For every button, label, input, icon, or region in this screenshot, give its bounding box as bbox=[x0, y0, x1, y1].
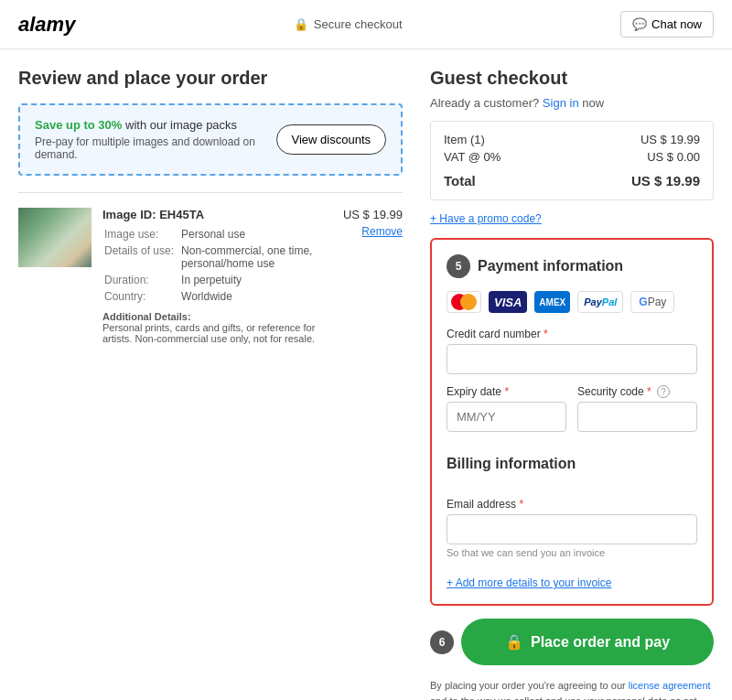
legal-text-1: By placing your order you're agreeing to… bbox=[430, 678, 714, 700]
item-row: Item (1) US $ 19.99 bbox=[444, 133, 700, 146]
guest-checkout-title: Guest checkout bbox=[430, 68, 714, 89]
discount-banner: Save up to 30% with our image packs Pre-… bbox=[18, 103, 403, 176]
product-attributes: Image use: Personal use Details of use: … bbox=[102, 225, 332, 306]
product-price-column: US $ 19.99 Remove bbox=[343, 208, 403, 344]
vat-label: VAT @ 0% bbox=[444, 150, 501, 164]
main-content: Review and place your order Save up to 3… bbox=[0, 49, 732, 700]
product-image bbox=[18, 208, 92, 267]
email-label: Email address * bbox=[447, 498, 697, 511]
product-row: Image ID: EH45TA Image use: Personal use… bbox=[18, 192, 403, 359]
security-field-group: Security code * ? bbox=[577, 385, 697, 432]
product-thumbnail bbox=[18, 208, 92, 267]
amex-icon: AMEX bbox=[534, 291, 570, 313]
payment-icons: VISA AMEX PayPal G Pay bbox=[447, 291, 697, 313]
table-row: Details of use: Non-commercial, one time… bbox=[104, 243, 330, 271]
promo-code-link[interactable]: + Have a promo code? bbox=[430, 212, 542, 225]
step-5-circle: 5 bbox=[447, 254, 470, 278]
item-price: US $ 19.99 bbox=[640, 133, 700, 146]
total-row: Total US $ 19.99 bbox=[444, 167, 700, 188]
security-help-icon[interactable]: ? bbox=[657, 385, 670, 398]
attr-label: Image use: bbox=[104, 227, 179, 242]
cc-number-field-group: Credit card number * bbox=[447, 328, 697, 374]
attr-value: In perpetuity bbox=[181, 273, 330, 287]
chat-icon: 💬 bbox=[632, 17, 647, 31]
item-label: Item (1) bbox=[444, 133, 485, 146]
product-id: Image ID: EH45TA bbox=[102, 208, 332, 221]
step-6-circle: 6 bbox=[430, 630, 454, 654]
discount-highlight: Save up to 30% bbox=[35, 118, 122, 132]
discount-subtext: Pre-pay for multiple images and download… bbox=[35, 135, 262, 161]
place-order-label: Place order and pay bbox=[531, 634, 670, 651]
total-price: US $ 19.99 bbox=[631, 173, 700, 188]
chat-button[interactable]: 💬 Chat now bbox=[620, 11, 714, 38]
expiry-security-row: Expiry date * Security code * ? bbox=[447, 385, 697, 443]
right-column: Guest checkout Already a customer? Sign … bbox=[430, 68, 714, 700]
additional-label: Additional Details: bbox=[102, 311, 191, 322]
lock-icon-btn: 🔒 bbox=[505, 633, 523, 651]
additional-text: Personal prints, cards and gifts, or ref… bbox=[102, 322, 315, 344]
expiry-input[interactable] bbox=[447, 402, 566, 432]
visa-icon: VISA bbox=[489, 291, 527, 313]
vat-price: US $ 0.00 bbox=[647, 150, 700, 164]
cc-number-input[interactable] bbox=[447, 344, 697, 374]
image-id-label: Image ID: bbox=[102, 208, 156, 221]
place-order-container: 6 🔒 Place order and pay bbox=[430, 619, 714, 665]
email-field-group: Email address * So that we can send you … bbox=[447, 498, 697, 558]
total-label: Total bbox=[444, 173, 476, 188]
discount-headline: Save up to 30% with our image packs bbox=[35, 118, 262, 132]
payment-title: Payment information bbox=[478, 258, 623, 275]
paypal-icon: PayPal bbox=[577, 291, 623, 313]
expiry-field-group: Expiry date * bbox=[447, 385, 566, 432]
table-row: Image use: Personal use bbox=[104, 227, 330, 242]
secure-checkout: 🔒 Secure checkout bbox=[294, 17, 403, 31]
attr-value: Worldwide bbox=[181, 289, 330, 304]
cc-label: Credit card number * bbox=[447, 328, 697, 340]
billing-title: Billing information bbox=[447, 456, 576, 472]
sign-in-link[interactable]: Sign in bbox=[543, 96, 579, 110]
required-marker: * bbox=[544, 328, 548, 340]
attr-label: Country: bbox=[104, 289, 179, 304]
place-order-button[interactable]: 🔒 Place order and pay bbox=[461, 619, 714, 665]
add-invoice-link[interactable]: + Add more details to your invoice bbox=[447, 576, 611, 589]
secure-label: Secure checkout bbox=[314, 17, 403, 31]
expiry-label: Expiry date * bbox=[447, 385, 566, 398]
order-summary: Item (1) US $ 19.99 VAT @ 0% US $ 0.00 T… bbox=[430, 121, 714, 200]
license-agreement-link-1[interactable]: license agreement bbox=[629, 680, 711, 691]
already-customer-text: Already a customer? Sign in now bbox=[430, 96, 714, 110]
gpay-icon: G Pay bbox=[630, 291, 674, 313]
email-helper: So that we can send you an invoice bbox=[447, 547, 697, 558]
discount-text-suffix: with our image packs bbox=[122, 118, 237, 132]
vat-row: VAT @ 0% US $ 0.00 bbox=[444, 150, 700, 164]
security-code-input[interactable] bbox=[577, 402, 697, 432]
attr-value: Personal use bbox=[181, 227, 330, 242]
email-input[interactable] bbox=[447, 514, 697, 544]
billing-header: Billing information bbox=[447, 456, 697, 485]
table-row: Duration: In perpetuity bbox=[104, 273, 330, 287]
payment-header: 5 Payment information bbox=[447, 254, 697, 278]
left-column: Review and place your order Save up to 3… bbox=[18, 68, 430, 700]
page-title: Review and place your order bbox=[18, 68, 403, 89]
security-label: Security code * ? bbox=[577, 385, 697, 398]
remove-link[interactable]: Remove bbox=[343, 225, 403, 238]
product-price: US $ 19.99 bbox=[343, 208, 403, 221]
lock-icon: 🔒 bbox=[294, 17, 308, 31]
mastercard-icon bbox=[447, 291, 481, 313]
attr-value: Non-commercial, one time, personal/home … bbox=[181, 243, 330, 271]
logo: alamy bbox=[18, 13, 75, 37]
chat-label: Chat now bbox=[651, 17, 702, 31]
additional-details: Additional Details: Personal prints, car… bbox=[102, 311, 332, 344]
table-row: Country: Worldwide bbox=[104, 289, 330, 304]
header: alamy 🔒 Secure checkout 💬 Chat now bbox=[0, 0, 732, 49]
payment-billing-container: 5 Payment information VISA AMEX PayPal G bbox=[430, 238, 714, 606]
image-id-value: EH45TA bbox=[159, 208, 204, 221]
view-discounts-button[interactable]: View discounts bbox=[276, 124, 386, 155]
attr-label: Duration: bbox=[104, 273, 179, 287]
attr-label: Details of use: bbox=[104, 243, 179, 271]
product-details: Image ID: EH45TA Image use: Personal use… bbox=[102, 208, 332, 344]
